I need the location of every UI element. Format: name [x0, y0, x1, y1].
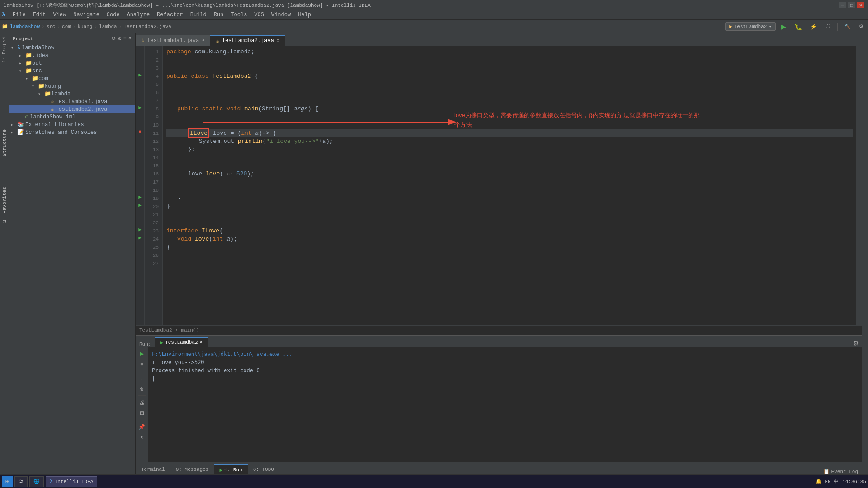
- taskbar-java[interactable]: λ IntelliJ IDEA: [46, 476, 97, 487]
- menu-help[interactable]: Help: [294, 11, 315, 19]
- taskbar-browser[interactable]: 🌐: [29, 476, 44, 487]
- gutter-26: [136, 250, 144, 258]
- toolbar-sep5: ›: [119, 24, 122, 29]
- tree-item-com[interactable]: ▾ 📁 com: [9, 75, 135, 82]
- event-log-label[interactable]: Event Log: [831, 469, 858, 474]
- gutter-19[interactable]: ▶: [136, 193, 144, 201]
- tree-label-src: src: [32, 68, 42, 74]
- gutter-2: [136, 54, 144, 62]
- title-text: lambdaShow [F:\数学班级\Demo\代码\lambda\lambd…: [4, 2, 371, 9]
- pin-btn[interactable]: 📌: [137, 422, 146, 431]
- taskbar-tray-icons: 🔔 EN 中: [816, 478, 839, 485]
- bottom-tab-run[interactable]: ▶ TestLamdba2 ×: [155, 337, 208, 347]
- tree-item-lambdashow[interactable]: ▾ λ lambdaShow: [9, 44, 135, 52]
- profile-button[interactable]: ⚡: [807, 23, 820, 31]
- tree-item-idea[interactable]: ▸ 📁 .idea: [9, 52, 135, 59]
- gutter-20[interactable]: ▶: [136, 201, 144, 209]
- tree-item-out[interactable]: ▸ 📁 out: [9, 59, 135, 67]
- gutter-11[interactable]: ●: [136, 128, 144, 136]
- menu-refactor[interactable]: Refactor: [153, 11, 187, 19]
- menu-analyze[interactable]: Analyze: [123, 11, 153, 19]
- close-run-btn[interactable]: ×: [137, 433, 146, 442]
- taskbar-idea-label: IntelliJ IDEA: [55, 479, 94, 484]
- toolbar-divider-3: [138, 420, 146, 420]
- taskbar-explorer[interactable]: 🗂: [14, 476, 28, 487]
- run-button[interactable]: ▶: [778, 22, 789, 31]
- menu-code[interactable]: Code: [103, 11, 123, 19]
- minimize-button[interactable]: ─: [839, 2, 846, 8]
- tree-item-ext-lib[interactable]: ▸ 📚 External Libraries: [9, 121, 135, 128]
- settings-panel-btn[interactable]: ⚙: [850, 340, 862, 347]
- tree-item-testlambda1[interactable]: ☕ TestLambda1.java: [9, 98, 135, 105]
- gutter-18: [136, 185, 144, 193]
- stop-button[interactable]: ■: [137, 360, 146, 369]
- ln-8: 8: [145, 105, 159, 113]
- editor-scrollbar[interactable]: [856, 46, 862, 325]
- menu-tools[interactable]: Tools: [227, 11, 250, 19]
- tab1-close[interactable]: ×: [202, 38, 204, 43]
- favorites-tab[interactable]: 2: Favorites: [2, 187, 7, 223]
- editor-tab-testlambda2[interactable]: ☕ TestLamdba2.java ×: [210, 35, 285, 46]
- project-tab[interactable]: 1: Project: [2, 35, 7, 62]
- menu-run[interactable]: Run: [210, 11, 227, 19]
- sync-icon[interactable]: ⟳: [112, 35, 116, 42]
- tree-item-src[interactable]: ▾ 📁 src: [9, 67, 135, 75]
- tree-item-lambda[interactable]: ▾ 📁 lambda: [9, 90, 135, 98]
- gutter-23[interactable]: ▶: [136, 225, 144, 233]
- filter-btn[interactable]: ⊞: [137, 408, 146, 417]
- gutter-21: [136, 209, 144, 217]
- gutter-24[interactable]: ▶: [136, 233, 144, 242]
- code-content[interactable]: package com.kuang.lambda; public class T…: [163, 46, 856, 325]
- tab2-label: TestLamdba2.java: [222, 38, 274, 44]
- tree-arrow-com: ▾: [25, 76, 32, 81]
- close-panel-icon[interactable]: ×: [128, 35, 132, 42]
- tree-arrow-kuang: ▾: [32, 84, 38, 89]
- code-line-4: public class TestLamdba2 {: [166, 72, 853, 81]
- window-controls: ─ □ ✕: [839, 2, 864, 8]
- menu-build[interactable]: Build: [187, 11, 210, 19]
- tree-item-scratches[interactable]: ▸ 📝 Scratches and Consoles: [9, 128, 135, 136]
- tree-item-iml[interactable]: ⚙ lambdaShow.iml: [9, 113, 135, 121]
- tree-item-testlambda2[interactable]: ☕ TestLamdba2.java: [9, 105, 135, 113]
- print-btn[interactable]: 🖨: [137, 398, 146, 407]
- ln-14: 14: [145, 154, 159, 162]
- tree-label-lambda: lambda: [51, 91, 71, 97]
- settings-button[interactable]: ⚙: [856, 23, 866, 30]
- menu-edit[interactable]: Edit: [29, 11, 50, 19]
- gutter-16: [136, 168, 144, 176]
- run-label: Run:: [136, 341, 155, 347]
- toolbar-divider-1: [138, 371, 146, 371]
- rerun-button[interactable]: ▶: [137, 349, 146, 358]
- debug-button[interactable]: 🐛: [792, 22, 805, 31]
- menu-view[interactable]: View: [49, 11, 70, 19]
- editor-tab-testlambda1[interactable]: ☕ TestLambda1.java ×: [136, 35, 210, 46]
- build-button[interactable]: 🔨: [842, 23, 854, 30]
- output-line-2: i love you-->520: [152, 358, 858, 366]
- taskbar-start[interactable]: ⊞: [2, 476, 13, 487]
- gear-icon[interactable]: ⚙: [118, 35, 121, 42]
- menu-file[interactable]: File: [9, 11, 29, 19]
- tree-item-kuang[interactable]: ▾ 📁 kuang: [9, 82, 135, 90]
- run-config-selector[interactable]: ▶ TestLamdba2 ▾: [725, 22, 776, 31]
- gutter-17: [136, 176, 144, 185]
- tab-terminal[interactable]: Terminal: [136, 464, 170, 474]
- scroll-end-btn[interactable]: ↓: [137, 374, 146, 383]
- collapse-icon[interactable]: ≡: [123, 35, 127, 42]
- menu-window[interactable]: Window: [268, 11, 294, 19]
- toolbar-project-icon: 📁: [2, 24, 8, 29]
- tab-run[interactable]: ▶4: Run: [214, 464, 247, 474]
- gutter-4[interactable]: ▶: [136, 71, 144, 79]
- structure-tab[interactable]: Structure: [2, 129, 7, 156]
- tab-todo[interactable]: 6: TODO: [248, 464, 279, 474]
- menu-navigate[interactable]: Navigate: [70, 11, 103, 19]
- tab-messages[interactable]: 0: Messages: [170, 464, 214, 474]
- close-button[interactable]: ✕: [857, 2, 864, 8]
- tab2-close[interactable]: ×: [277, 38, 279, 43]
- run-tab-close[interactable]: ×: [200, 340, 203, 345]
- maximize-button[interactable]: □: [848, 2, 855, 8]
- menu-vcs[interactable]: VCS: [250, 11, 268, 19]
- coverage-button[interactable]: 🛡: [822, 23, 833, 31]
- gutter-8[interactable]: ▶: [136, 103, 144, 111]
- clear-btn[interactable]: 🗑: [137, 384, 146, 393]
- main-container: 1: Project Structure 2: Favorites Projec…: [0, 33, 868, 474]
